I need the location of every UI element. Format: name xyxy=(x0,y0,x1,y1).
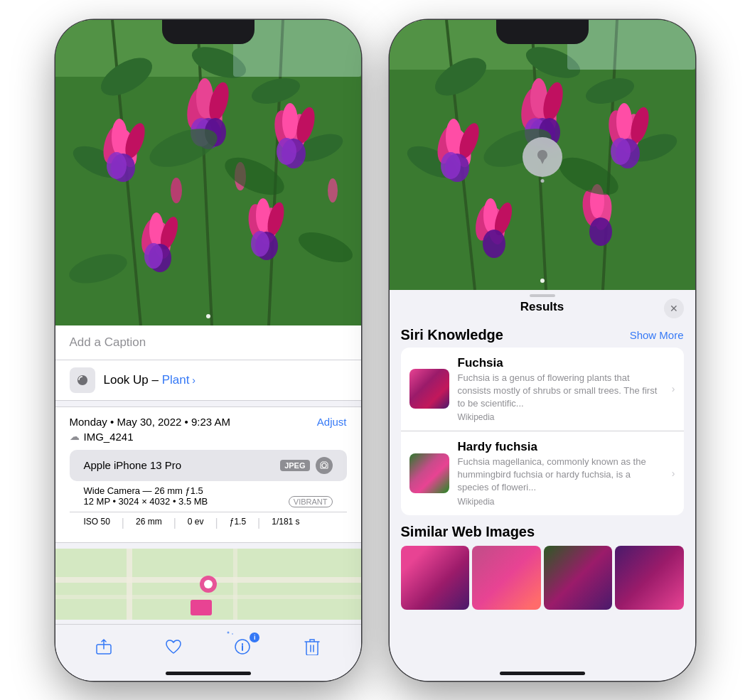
svg-point-22 xyxy=(107,152,127,179)
caption-row[interactable]: Add a Caption xyxy=(55,325,361,360)
exif-shutter: 1/181 s xyxy=(272,517,299,529)
visual-ai-button[interactable] xyxy=(523,137,562,177)
meta-section: Monday • May 30, 2022 • 9:23 AM Adjust ☁… xyxy=(55,406,361,543)
svg-point-28 xyxy=(277,138,296,165)
lookup-label: Look Up – Plant › xyxy=(104,373,196,387)
share-button[interactable] xyxy=(90,632,118,661)
svg-point-40 xyxy=(251,231,269,257)
camera-mp: 12 MP • 3024 × 4032 • 3.5 MB xyxy=(84,496,208,507)
hardy-desc: Fuchsia magellanica, commonly known as t… xyxy=(458,456,663,495)
similar-image-1[interactable] xyxy=(401,546,470,610)
svg-point-19 xyxy=(112,119,127,156)
delete-button[interactable] xyxy=(298,632,326,661)
svg-rect-52 xyxy=(127,549,132,620)
exif-ev: 0 ev xyxy=(188,517,204,529)
right-phone: Results ✕ Siri Knowledge Show More xyxy=(390,20,695,681)
results-panel: Results ✕ Siri Knowledge Show More xyxy=(390,290,695,681)
fuchsia-chevron: › xyxy=(672,383,675,394)
camera-wide: Wide Camera — 26 mm ƒ1.5 xyxy=(84,485,333,496)
knowledge-item-hardy[interactable]: Hardy fuchsia Fuchsia magellanica, commo… xyxy=(401,431,684,515)
hardy-name: Hardy fuchsia xyxy=(458,440,663,454)
similar-image-4[interactable] xyxy=(615,546,684,610)
right-notch xyxy=(496,20,589,44)
exif-iso: ISO 50 xyxy=(84,517,110,529)
svg-point-89 xyxy=(616,103,632,140)
results-header: Results ✕ xyxy=(390,290,695,321)
cloud-icon: ☁ xyxy=(70,431,80,442)
svg-rect-57 xyxy=(191,600,212,615)
camera-icon[interactable] xyxy=(316,457,333,474)
right-photo-area[interactable] xyxy=(390,20,695,290)
exif-aperture: ƒ1.5 xyxy=(230,517,246,529)
fuchsia-name: Fuchsia xyxy=(458,356,663,370)
svg-point-56 xyxy=(204,580,213,588)
vibrant-badge: VIBRANT xyxy=(289,496,333,507)
fuchsia-desc: Fuchsia is a genus of flowering plants t… xyxy=(458,372,663,411)
svg-rect-54 xyxy=(55,595,361,599)
filename: IMG_4241 xyxy=(84,431,134,443)
svg-point-83 xyxy=(446,119,461,156)
device-name: Apple iPhone 13 Pro xyxy=(84,459,182,471)
knowledge-item-fuchsia[interactable]: Fuchsia Fuchsia is a genus of flowering … xyxy=(401,348,684,431)
right-home-indicator xyxy=(500,672,585,675)
hardy-text: Hardy fuchsia Fuchsia magellanica, commo… xyxy=(458,440,663,507)
left-phone: Add a Caption Look Up – Plant › Monday •… xyxy=(55,20,361,681)
right-screen: Results ✕ Siri Knowledge Show More xyxy=(390,20,695,681)
photo-area[interactable] xyxy=(55,20,361,325)
svg-point-43 xyxy=(328,178,338,203)
left-notch xyxy=(162,20,255,44)
format-badge: JPEG xyxy=(280,460,309,471)
exif-focal: 26 mm xyxy=(136,517,162,529)
exif-row: ISO 50 | 26 mm | 0 ev | ƒ1.5 | 1/181 s xyxy=(70,512,347,534)
knowledge-card: Fuchsia Fuchsia is a genus of flowering … xyxy=(401,348,684,515)
hardy-thumb xyxy=(409,453,449,493)
map-area[interactable] xyxy=(55,549,361,620)
hardy-chevron: › xyxy=(672,468,675,479)
siri-knowledge-header: Siri Knowledge Show More xyxy=(401,327,684,343)
device-row: Apple iPhone 13 Pro JPEG xyxy=(70,450,347,481)
ai-dot xyxy=(540,179,544,183)
svg-point-49 xyxy=(322,463,326,468)
svg-point-97 xyxy=(483,230,505,258)
drag-handle[interactable] xyxy=(530,294,555,297)
svg-point-34 xyxy=(144,243,163,269)
fuchsia-text: Fuchsia Fuchsia is a genus of flowering … xyxy=(458,356,663,423)
svg-rect-53 xyxy=(233,549,237,620)
info-badge: i xyxy=(250,632,259,642)
device-badges: JPEG xyxy=(280,457,332,474)
info-button[interactable]: i xyxy=(228,632,257,661)
svg-point-101 xyxy=(589,217,612,246)
show-more-button[interactable]: Show More xyxy=(630,329,684,341)
caption-placeholder[interactable]: Add a Caption xyxy=(70,335,146,349)
svg-point-42 xyxy=(171,178,182,203)
meta-date: Monday • May 30, 2022 • 9:23 AM xyxy=(70,416,230,428)
similar-images xyxy=(401,546,684,610)
hardy-source: Wikipedia xyxy=(458,497,663,507)
camera-specs: Wide Camera — 26 mm ƒ1.5 12 MP • 3024 × … xyxy=(70,481,347,512)
home-indicator xyxy=(166,672,251,675)
svg-point-25 xyxy=(282,103,298,140)
svg-point-61 xyxy=(232,633,233,635)
adjust-button[interactable]: Adjust xyxy=(317,416,347,428)
similar-image-3[interactable] xyxy=(544,546,613,610)
lookup-row[interactable]: Look Up – Plant › xyxy=(55,360,361,401)
close-button[interactable]: ✕ xyxy=(664,298,684,318)
siri-knowledge-title: Siri Knowledge xyxy=(401,327,503,343)
results-title: Results xyxy=(520,300,564,314)
similar-image-2[interactable] xyxy=(472,546,541,610)
svg-point-92 xyxy=(611,138,631,165)
similar-title: Similar Web Images xyxy=(401,524,684,540)
left-screen: Add a Caption Look Up – Plant › Monday •… xyxy=(55,20,361,681)
fuchsia-thumb xyxy=(409,369,449,409)
favorite-button[interactable] xyxy=(159,632,188,661)
svg-point-86 xyxy=(441,152,461,179)
fuchsia-source: Wikipedia xyxy=(458,412,663,422)
similar-section: Similar Web Images xyxy=(401,524,684,610)
lookup-icon xyxy=(70,367,95,393)
svg-point-60 xyxy=(227,632,230,634)
results-content: Siri Knowledge Show More Fuchsia Fuchsia… xyxy=(390,321,695,681)
